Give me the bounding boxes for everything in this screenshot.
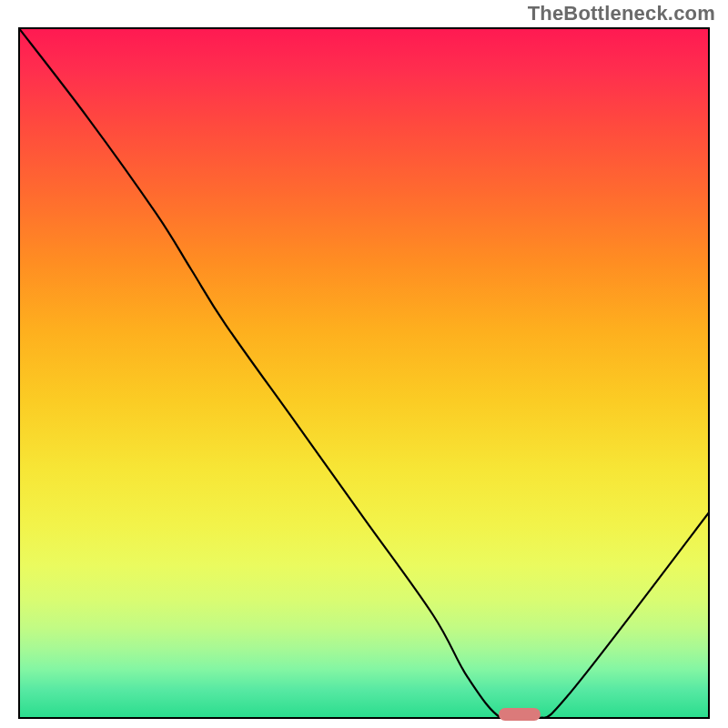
plot-area	[18, 27, 710, 719]
bottleneck-curve	[18, 27, 710, 719]
curve-svg	[18, 27, 710, 719]
chart-stage: TheBottleneck.com	[0, 0, 728, 728]
plot-inner	[18, 27, 710, 719]
optimal-marker	[499, 708, 541, 721]
watermark-text: TheBottleneck.com	[528, 2, 715, 25]
